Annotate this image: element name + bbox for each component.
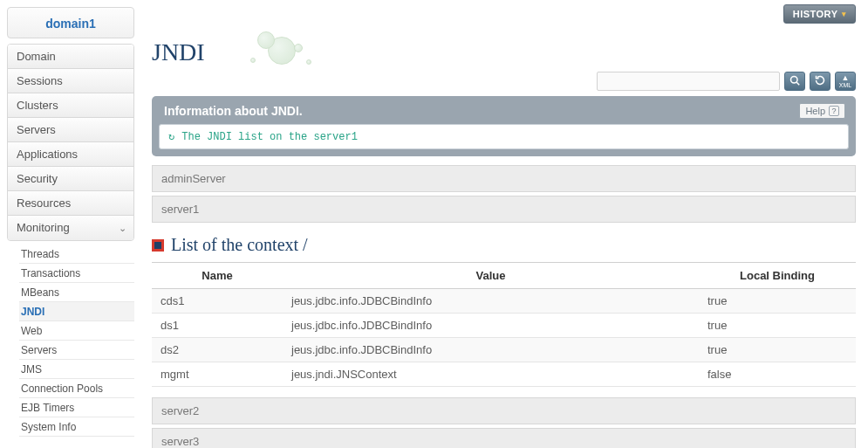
sub-item-jms[interactable]: JMS (19, 360, 134, 379)
domain-header[interactable]: domain1 (7, 7, 134, 38)
export-xml-button[interactable]: ▲ XML (835, 72, 856, 91)
page-title: JNDI (152, 38, 205, 66)
section-title-text: List of the context / (171, 235, 308, 255)
subnav-monitoring: Threads Transactions MBeans JNDI Web Ser… (7, 241, 134, 444)
help-icon: ? (829, 106, 839, 116)
sub-item-mbeans[interactable]: MBeans (19, 283, 134, 302)
table-row[interactable]: ds2 jeus.jdbc.info.JDBCBindInfo true (152, 338, 856, 362)
sub-item-web[interactable]: Web (19, 321, 134, 341)
sub-item-system-info[interactable]: System Info (19, 417, 134, 437)
cell-local: true (699, 338, 856, 362)
table-row[interactable]: mgmt jeus.jndi.JNSContext false (152, 362, 856, 387)
sub-item-threads[interactable]: Threads (19, 245, 134, 264)
table-row[interactable]: ds1 jeus.jdbc.info.JDBCBindInfo true (152, 314, 856, 338)
nav-group: Domain Sessions Clusters Servers Applica… (7, 44, 134, 241)
nav-item-sessions[interactable]: Sessions (8, 69, 133, 93)
sync-icon: ↻ (168, 130, 174, 143)
refresh-icon (815, 75, 825, 88)
info-panel: Information about JNDI. Help ? ↻ The JND… (152, 96, 856, 156)
nav-item-applications[interactable]: Applications (8, 142, 133, 167)
col-name[interactable]: Name (152, 263, 283, 289)
sub-item-jndi[interactable]: JNDI (19, 302, 134, 321)
help-label: Help (805, 104, 825, 118)
cell-value: jeus.jdbc.info.JDBCBindInfo (283, 289, 699, 314)
sub-item-connection-pools[interactable]: Connection Pools (19, 379, 134, 398)
decorative-bubbles (215, 33, 311, 72)
server-row-server3[interactable]: server3 (152, 428, 856, 448)
cell-name: cds1 (152, 289, 283, 314)
cell-local: true (699, 314, 856, 338)
cell-name: mgmt (152, 362, 283, 387)
sub-item-ejb-timers[interactable]: EJB Timers (19, 398, 134, 417)
history-label: HISTORY (793, 5, 838, 23)
sub-item-servers[interactable]: Servers (19, 341, 134, 360)
section-bullet-icon (152, 239, 164, 252)
server-row-adminserver[interactable]: adminServer (152, 165, 856, 192)
nav-item-monitoring[interactable]: Monitoring ⌄ (8, 216, 133, 240)
info-panel-title: Information about JNDI. (164, 104, 303, 118)
nav-item-clusters[interactable]: Clusters (8, 93, 133, 118)
svg-point-0 (791, 76, 798, 83)
refresh-button[interactable] (810, 72, 830, 91)
main-content: HISTORY ▾ JNDI ▲ X (140, 0, 868, 448)
table-row[interactable]: cds1 jeus.jdbc.info.JDBCBindInfo true (152, 289, 856, 314)
server-row-server1[interactable]: server1 (152, 196, 856, 223)
cell-name: ds2 (152, 338, 283, 362)
context-table: Name Value Local Binding cds1 jeus.jdbc.… (152, 262, 856, 387)
info-message: The JNDI list on the server1 (181, 131, 358, 143)
col-value[interactable]: Value (283, 263, 699, 289)
col-local-binding[interactable]: Local Binding (699, 263, 856, 289)
cell-value: jeus.jndi.JNSContext (283, 362, 699, 387)
search-button[interactable] (784, 72, 805, 91)
sub-item-transactions[interactable]: Transactions (19, 264, 134, 283)
sidebar: domain1 Domain Sessions Clusters Servers… (0, 0, 140, 448)
chevron-down-icon: ⌄ (119, 216, 126, 240)
nav-item-domain[interactable]: Domain (8, 45, 133, 69)
nav-item-resources[interactable]: Resources (8, 191, 133, 216)
svg-line-1 (796, 82, 799, 85)
info-panel-body: ↻ The JNDI list on the server1 (159, 124, 849, 149)
caret-down-icon: ▾ (842, 5, 847, 23)
cell-name: ds1 (152, 314, 283, 338)
nav-item-label: Monitoring (17, 221, 70, 234)
cell-value: jeus.jdbc.info.JDBCBindInfo (283, 338, 699, 362)
section-title: List of the context / (152, 235, 856, 255)
nav-item-servers[interactable]: Servers (8, 118, 133, 142)
cell-value: jeus.jdbc.info.JDBCBindInfo (283, 314, 699, 338)
nav-item-security[interactable]: Security (8, 167, 133, 191)
history-button[interactable]: HISTORY ▾ (783, 4, 856, 24)
cell-local: false (699, 362, 856, 387)
cell-local: true (699, 289, 856, 314)
search-icon (789, 75, 800, 88)
help-button[interactable]: Help ? (799, 103, 845, 119)
upload-icon: ▲ (842, 74, 850, 82)
server-row-server2[interactable]: server2 (152, 397, 856, 424)
xml-label: XML (839, 82, 851, 88)
search-input[interactable] (597, 72, 780, 91)
